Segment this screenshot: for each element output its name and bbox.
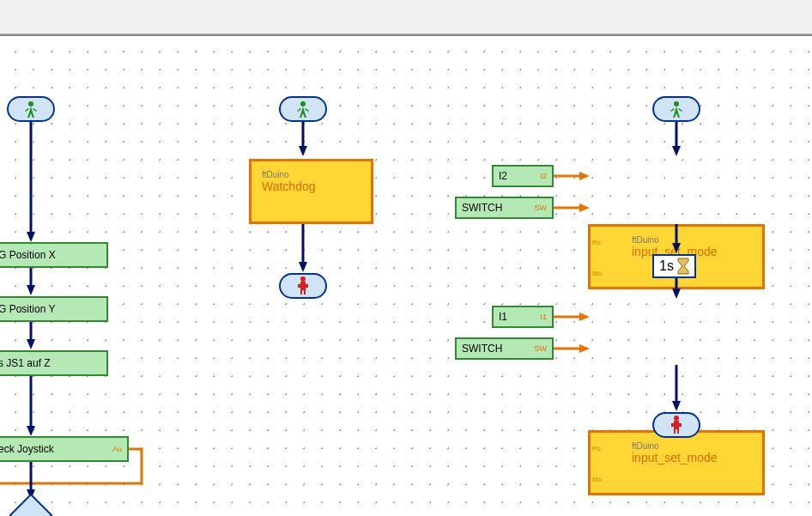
- svg-marker-20: [672, 146, 681, 156]
- svg-point-0: [28, 101, 33, 106]
- label: I2: [499, 170, 507, 182]
- svg-point-11: [300, 101, 306, 106]
- hint: SW: [530, 344, 548, 353]
- input-i2[interactable]: I2 I2: [492, 165, 554, 187]
- hint: I2: [535, 172, 547, 180]
- stop-node-1[interactable]: [279, 273, 327, 299]
- stop-node-2[interactable]: [652, 412, 700, 438]
- label: s JS1 auf Z: [0, 357, 51, 369]
- svg-marker-22: [579, 172, 590, 180]
- block-type: ftDuino: [262, 170, 362, 179]
- label: G Position X: [0, 249, 56, 261]
- start-node-3[interactable]: [652, 96, 700, 122]
- label: SWITCH: [462, 343, 502, 355]
- label: G Position Y: [0, 303, 55, 315]
- delay-node[interactable]: 1s: [652, 254, 696, 278]
- port-top: Po: [592, 445, 601, 452]
- input-set-mode-block-2[interactable]: Po Mo ftDuino input_set_mode: [588, 430, 765, 495]
- stop-icon: [294, 276, 312, 296]
- toolbar: [0, 0, 812, 34]
- svg-marker-30: [579, 313, 590, 321]
- block-type: ftDuino: [632, 235, 754, 245]
- block-label: input_set_mode: [632, 451, 754, 464]
- svg-marker-6: [27, 339, 35, 349]
- decision-node-partial[interactable]: [9, 493, 53, 516]
- port-bot: Mo: [592, 476, 602, 483]
- step-position-x[interactable]: G Position X: [0, 242, 108, 268]
- svg-point-16: [300, 276, 306, 282]
- port-top: Po: [592, 239, 601, 246]
- svg-marker-28: [672, 288, 681, 299]
- input-switch-1[interactable]: SWITCH SW: [455, 197, 554, 219]
- svg-point-18: [674, 101, 679, 106]
- output-hint: Au: [107, 445, 122, 453]
- start-icon: [293, 99, 313, 119]
- label: SWITCH: [462, 202, 502, 214]
- port-bot: Mo: [592, 270, 602, 277]
- input-switch-2[interactable]: SWITCH SW: [455, 337, 554, 360]
- svg-marker-34: [672, 401, 681, 411]
- svg-marker-13: [299, 146, 307, 156]
- start-node-2[interactable]: [279, 96, 327, 122]
- step-js1-z[interactable]: s JS1 auf Z: [0, 350, 108, 376]
- svg-point-35: [674, 416, 679, 421]
- start-icon: [21, 99, 41, 119]
- svg-marker-32: [579, 344, 590, 353]
- label: I1: [499, 311, 507, 323]
- block-label: Watchdog: [262, 179, 362, 193]
- svg-marker-24: [579, 203, 590, 212]
- block-type: ftDuino: [632, 441, 754, 451]
- hourglass-icon: [677, 258, 689, 275]
- watchdog-block[interactable]: ftDuino Watchdog: [249, 159, 373, 224]
- stop-icon: [668, 415, 685, 435]
- step-position-y[interactable]: G Position Y: [0, 296, 108, 322]
- diagram-canvas[interactable]: G Position X G Position Y s JS1 auf Z ec…: [0, 34, 812, 516]
- step-check-joystick[interactable]: eck Joystick Au: [0, 436, 129, 462]
- label: eck Joystick: [0, 443, 54, 455]
- delay-label: 1s: [659, 258, 674, 274]
- input-i1[interactable]: I1 I1: [492, 306, 554, 328]
- svg-marker-15: [299, 262, 307, 272]
- svg-marker-4: [27, 285, 35, 295]
- hint: I1: [535, 313, 547, 321]
- svg-marker-8: [27, 426, 35, 436]
- hint: SW: [530, 203, 548, 212]
- start-icon: [666, 99, 687, 119]
- svg-marker-2: [27, 232, 35, 242]
- start-node-1[interactable]: [7, 96, 55, 122]
